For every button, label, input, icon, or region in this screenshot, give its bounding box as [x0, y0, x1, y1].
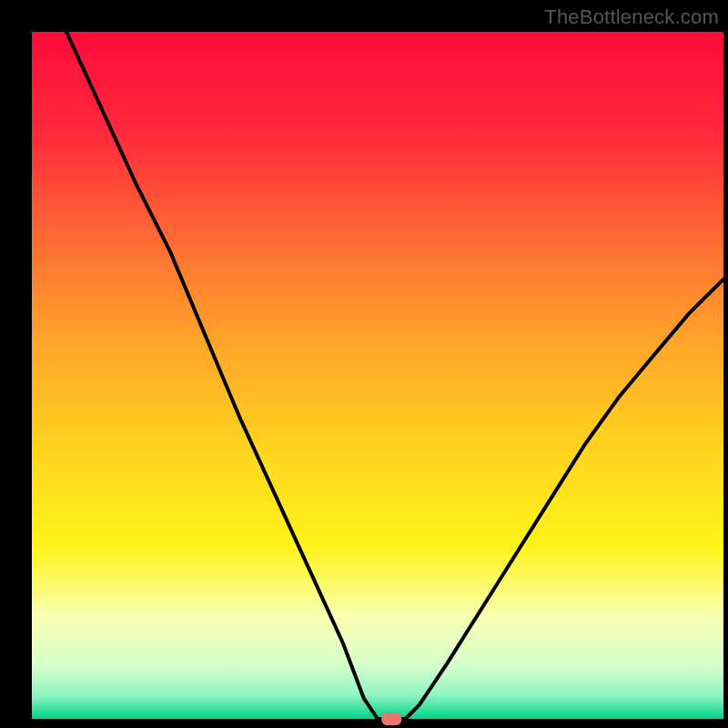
watermark-text: TheBottleneck.com [544, 5, 719, 29]
optimal-point-marker [381, 713, 401, 725]
chart-svg [0, 0, 728, 728]
plot-area [32, 32, 723, 719]
bottleneck-chart: TheBottleneck.com [0, 0, 728, 728]
